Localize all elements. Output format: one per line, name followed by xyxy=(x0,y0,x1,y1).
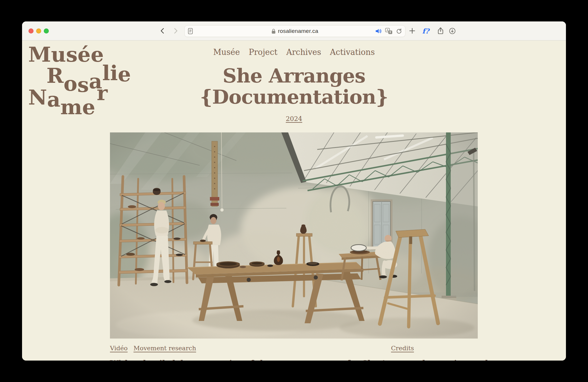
webpage: Musée Rosalie Namer Musée Project Archiv… xyxy=(22,41,566,361)
browser-toolbar: rosalienamer.ca A xyxy=(22,21,566,41)
address-bar[interactable]: rosalienamer.ca A xyxy=(184,25,405,37)
chevron-left-icon xyxy=(159,27,166,34)
translate-button[interactable]: A xyxy=(385,28,392,34)
share-icon xyxy=(437,27,444,35)
year-link[interactable]: 2024 xyxy=(286,115,302,122)
main-nav: Musée Project Archives Activations xyxy=(22,48,566,57)
title-line-2: {Documentation} xyxy=(22,86,566,107)
credits-link[interactable]: Credits xyxy=(391,345,414,352)
downloads-button[interactable] xyxy=(448,26,457,35)
chevron-right-icon xyxy=(172,27,179,34)
meta-links-row: Vidéo Movement research Credits xyxy=(110,345,478,354)
video-link[interactable]: Vidéo xyxy=(110,345,128,352)
forward-button[interactable] xyxy=(171,27,180,35)
title-line-1: She Arranges xyxy=(22,65,566,86)
traffic-lights xyxy=(29,28,49,33)
description-paragraph-clipped: With a detailed documentation of the mov… xyxy=(110,359,480,361)
movement-research-link[interactable]: Movement research xyxy=(133,345,196,352)
nav-item-musee[interactable]: Musée xyxy=(213,48,240,57)
extension-button[interactable]: f? xyxy=(421,26,430,35)
close-window-button[interactable] xyxy=(29,28,34,33)
screenshot-stage: rosalienamer.ca A xyxy=(0,0,588,382)
download-icon xyxy=(449,27,456,35)
nav-item-activations[interactable]: Activations xyxy=(330,48,375,57)
browser-window: rosalienamer.ca A xyxy=(22,21,566,361)
minimize-window-button[interactable] xyxy=(36,28,41,33)
atelier-scene-illustration xyxy=(110,132,478,339)
nav-item-project[interactable]: Project xyxy=(249,48,278,57)
svg-text:A: A xyxy=(387,29,389,32)
reload-button[interactable] xyxy=(396,28,402,34)
lock-icon xyxy=(271,28,276,34)
url-text: rosalienamer.ca xyxy=(278,28,318,34)
extension-icon: f? xyxy=(422,27,429,35)
nav-item-archives[interactable]: Archives xyxy=(286,48,321,57)
hero-video-still xyxy=(110,132,478,339)
year-row: 2024 xyxy=(22,115,566,122)
share-button[interactable] xyxy=(436,26,445,35)
url-display: rosalienamer.ca xyxy=(185,26,405,37)
zoom-window-button[interactable] xyxy=(44,28,49,33)
back-button[interactable] xyxy=(158,27,167,35)
plus-icon xyxy=(409,27,416,34)
page-title: She Arranges {Documentation} xyxy=(22,65,566,107)
audio-playing-button[interactable] xyxy=(375,28,382,34)
new-tab-button[interactable] xyxy=(408,26,417,35)
